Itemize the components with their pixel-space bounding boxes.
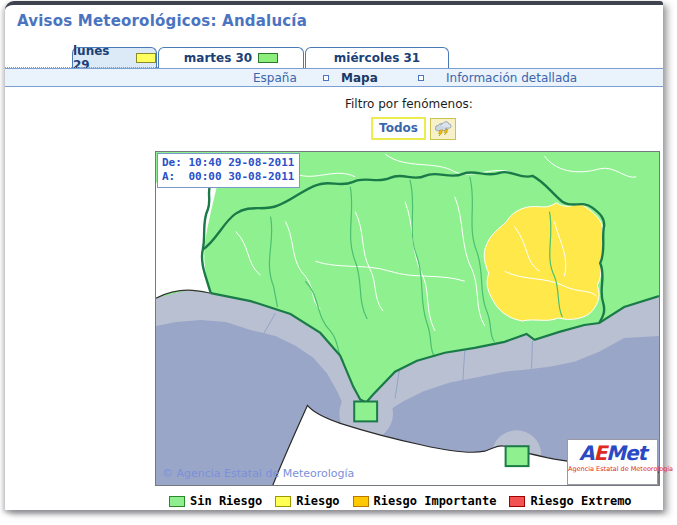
- tab-label: miércoles 31: [334, 51, 420, 65]
- tab-miercoles-31[interactable]: miércoles 31: [305, 47, 449, 68]
- storm-cloud-lightning-icon: [433, 121, 453, 137]
- tab-label: martes 30: [184, 51, 252, 65]
- page-title: Avisos Meteorológicos: Andalucía: [17, 12, 307, 30]
- filter-heading: Filtro por fenómenos:: [345, 97, 473, 111]
- validity-to: A: 00:00 30-08-2011: [162, 170, 294, 183]
- legend-item-sin-riesgo: Sin Riesgo: [169, 494, 262, 508]
- screenshot-stage: Avisos Meteorológicos: Andalucía lunes 2…: [0, 0, 677, 525]
- legend-swatch-yellow: [275, 496, 291, 507]
- nav-link-espana[interactable]: España: [253, 71, 297, 85]
- validity-from: De: 10:40 29-08-2011: [162, 156, 294, 169]
- ceuta-warning-square[interactable]: [354, 402, 377, 422]
- avisos-window: Avisos Meteorológicos: Andalucía lunes 2…: [5, 1, 663, 510]
- legend-label: Riesgo Extremo: [530, 494, 631, 508]
- legend-label: Riesgo Importante: [374, 494, 497, 508]
- validity-period-box: De: 10:40 29-08-2011 A: 00:00 30-08-2011: [157, 153, 300, 188]
- legend-label: Sin Riesgo: [190, 494, 262, 508]
- legend-item-riesgo-extremo: Riesgo Extremo: [509, 494, 631, 508]
- nav-separator-bullet: [418, 75, 424, 81]
- legend-swatch-orange: [353, 496, 369, 507]
- map-copyright: © Agencia Estatal de Meteorología: [162, 467, 354, 480]
- legend-item-riesgo-importante: Riesgo Importante: [353, 494, 497, 508]
- map-subnav: España Mapa Información detallada: [5, 68, 663, 87]
- tab-warning-swatch-green: [258, 53, 278, 63]
- andalucia-warning-map[interactable]: De: 10:40 29-08-2011 A: 00:00 30-08-2011…: [155, 151, 660, 486]
- legend-swatch-green: [169, 496, 185, 507]
- tab-martes-30[interactable]: martes 30: [158, 47, 304, 68]
- legend-item-riesgo: Riesgo: [275, 494, 339, 508]
- nav-separator-bullet: [323, 75, 329, 81]
- nav-current-mapa[interactable]: Mapa: [341, 71, 378, 85]
- legend-swatch-red: [509, 496, 525, 507]
- todos-filter-button[interactable]: Todos: [371, 117, 426, 140]
- storm-filter-button[interactable]: [430, 118, 456, 140]
- aemet-logo: AEMet Agencia Estatal de Meteorología: [567, 439, 658, 485]
- aemet-logo-subtext: Agencia Estatal de Meteorología: [568, 466, 657, 473]
- tab-warning-swatch-yellow: [136, 53, 156, 63]
- tab-lunes-29[interactable]: lunes 29: [72, 47, 157, 68]
- risk-legend: Sin Riesgo Riesgo Riesgo Importante Ries…: [155, 491, 660, 511]
- aemet-logo-wordmark: AEMet: [568, 440, 657, 466]
- legend-label: Riesgo: [296, 494, 339, 508]
- melilla-warning-square[interactable]: [506, 446, 529, 466]
- nav-link-informacion-detallada[interactable]: Información detallada: [446, 71, 577, 85]
